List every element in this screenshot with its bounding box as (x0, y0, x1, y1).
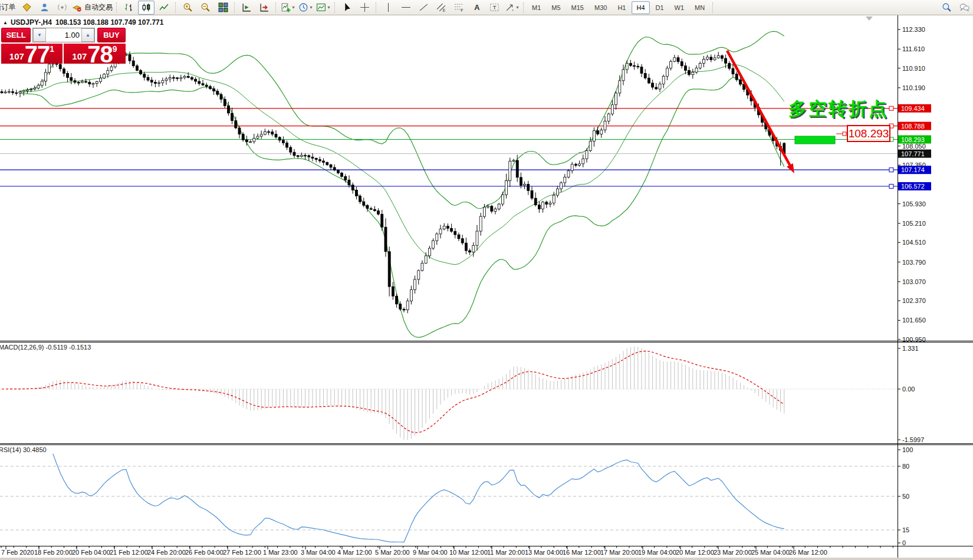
rsi-pane-label: RSI(14) 30.4850 (0, 446, 47, 453)
svg-text:104.510: 104.510 (902, 239, 926, 246)
candlestick-chart-type-button[interactable] (138, 1, 155, 15)
svg-text:5 Mar 20:00: 5 Mar 20:00 (375, 549, 410, 556)
toolbar-separator (334, 2, 336, 13)
svg-text:111.610: 111.610 (902, 45, 925, 52)
new-order-button[interactable]: 新订单 (1, 1, 17, 15)
arrows-button[interactable]: ▾ (504, 1, 520, 15)
ohlc-values: 108.153 108.188 107.749 107.771 (55, 18, 164, 27)
periods-button[interactable]: ▾ (297, 1, 314, 15)
turning-point-annotation[interactable]: 多空转折点 (788, 97, 889, 121)
buy-button[interactable]: BUY (97, 28, 126, 42)
signals-button[interactable] (54, 1, 70, 15)
svg-text:0.00: 0.00 (902, 386, 915, 393)
svg-text:25 Mar 04:00: 25 Mar 04:00 (751, 549, 790, 556)
zoomin-icon (183, 2, 193, 12)
dropdown-arrow-icon: ▾ (292, 5, 294, 10)
buy-price-display[interactable]: 107 78 9 (64, 44, 126, 64)
svg-text:100.950: 100.950 (902, 336, 926, 343)
svg-text:110.190: 110.190 (902, 84, 925, 91)
svg-text:A: A (474, 3, 479, 12)
volume-increase-button[interactable]: ▲ (81, 28, 94, 42)
price-level-callout-box[interactable]: 108.293 (847, 125, 890, 142)
timeframe-button-m1[interactable]: M1 (527, 1, 545, 14)
market-watch-button[interactable] (36, 1, 52, 15)
timeframe-button-h1[interactable]: H1 (613, 1, 630, 14)
vertical-line-button[interactable] (380, 1, 396, 15)
search-button[interactable] (938, 1, 955, 15)
text-label-button[interactable]: T (486, 1, 502, 15)
crosshair-button[interactable] (356, 1, 373, 15)
chat-button[interactable] (956, 1, 972, 15)
shift-icon (242, 2, 252, 12)
svg-text:109.434: 109.434 (901, 105, 925, 112)
sell-price-pip: 1 (50, 44, 54, 54)
indicators-button[interactable]: ▾ (280, 1, 296, 15)
svg-text:105.930: 105.930 (902, 200, 926, 207)
timeframe-button-d1[interactable]: D1 (651, 1, 669, 14)
bars-icon (124, 2, 134, 12)
timeframe-button-h4[interactable]: H4 (632, 1, 649, 14)
chart-canvas[interactable]: 112.330111.610110.910110.190108.050107.3… (0, 0, 973, 560)
svg-text:1 Mar 23:00: 1 Mar 23:00 (263, 549, 298, 556)
equidistant-channel-button[interactable]: E (433, 1, 449, 15)
svg-text:112.330: 112.330 (902, 26, 925, 33)
sell-price-prefix: 107 (9, 51, 24, 61)
trendline-button[interactable] (415, 1, 432, 15)
buy-price-pip: 9 (113, 44, 117, 54)
svg-text:110.910: 110.910 (902, 65, 925, 72)
hline-icon (401, 2, 411, 12)
chart-shift-button[interactable] (238, 1, 255, 15)
horizontal-line-button[interactable] (397, 1, 414, 15)
one-click-collapse-icon[interactable]: ▲ (3, 20, 8, 25)
toolbar: 新订单自动交易▾▾▾EFAT▾M1M5M15M30H1H4D1W1MN (0, 0, 973, 15)
chart-shortcut-button[interactable] (18, 1, 35, 15)
tile-windows-button[interactable] (215, 1, 231, 15)
autotrade-icon (72, 2, 82, 12)
zoom-in-button[interactable] (179, 1, 196, 15)
autotrade-button[interactable]: 自动交易 (71, 1, 113, 15)
svg-text:9 Mar 04:00: 9 Mar 04:00 (413, 549, 448, 556)
symbol-title: USDJPY-,H4 (11, 18, 52, 27)
volume-input[interactable] (46, 28, 81, 42)
textA-icon: A (472, 2, 482, 12)
svg-text:13 Mar 04:00: 13 Mar 04:00 (525, 549, 563, 556)
timeframe-button-m30[interactable]: M30 (590, 1, 612, 14)
line-chart-type-button[interactable] (156, 1, 172, 15)
timeframe-button-m5[interactable]: M5 (547, 1, 565, 14)
cursor-button[interactable] (338, 1, 355, 15)
volume-decrease-button[interactable]: ▼ (33, 28, 46, 42)
fibonacci-button[interactable]: F (451, 1, 467, 15)
svg-text:20 Mar 12:00: 20 Mar 12:00 (676, 549, 714, 556)
macd-indicator (2, 347, 784, 440)
volume-stepper: ▼ ▲ (32, 28, 95, 42)
svg-text:23 Mar 20:00: 23 Mar 20:00 (714, 549, 752, 556)
bar-chart-type-button[interactable] (120, 1, 137, 15)
textT-icon: T (489, 2, 499, 12)
svg-text:4 Mar 12:00: 4 Mar 12:00 (337, 549, 372, 556)
svg-text:21 Feb 12:00: 21 Feb 12:00 (110, 549, 148, 556)
auto-scroll-button[interactable] (256, 1, 272, 15)
dropdown-arrow-icon: ▾ (310, 5, 312, 10)
toolbar-separator (234, 2, 235, 13)
bollinger-bands (20, 31, 784, 337)
time-scale: 7 Feb 202018 Feb 20:0020 Feb 04:0021 Feb… (0, 546, 973, 556)
text-button[interactable]: A (468, 1, 485, 15)
svg-text:T: T (492, 4, 496, 11)
person-icon (40, 2, 50, 12)
toolbar-separator (275, 2, 277, 13)
timeframe-button-w1[interactable]: W1 (670, 1, 689, 14)
svg-text:100: 100 (902, 446, 913, 453)
zoom-out-button[interactable] (197, 1, 213, 15)
search-icon (942, 2, 952, 12)
svg-text:E: E (442, 8, 445, 12)
svg-text:17 Mar 20:00: 17 Mar 20:00 (600, 549, 639, 556)
templates-button[interactable]: ▾ (315, 1, 331, 15)
sell-price-display[interactable]: 107 77 1 (1, 44, 64, 64)
fibo-icon: F (454, 2, 464, 12)
svg-text:26 Feb 04:00: 26 Feb 04:00 (185, 549, 223, 556)
autotrade-button-label: 自动交易 (84, 2, 113, 12)
price-scale: 112.330111.610110.910110.190108.050107.3… (889, 26, 931, 546)
sell-button[interactable]: SELL (1, 28, 31, 42)
timeframe-button-m15[interactable]: M15 (567, 1, 589, 14)
timeframe-button-mn[interactable]: MN (690, 1, 709, 14)
